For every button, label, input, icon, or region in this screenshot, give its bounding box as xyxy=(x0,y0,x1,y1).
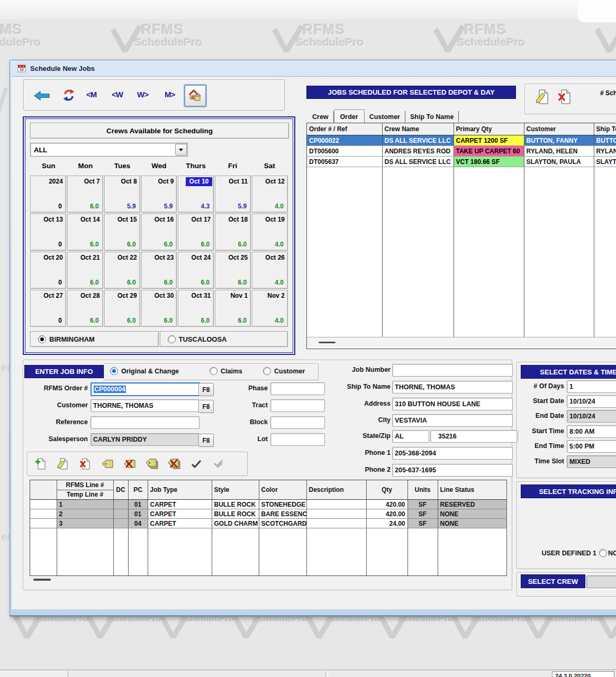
tab-order[interactable]: Order xyxy=(334,109,365,123)
delete-tags-icon[interactable] xyxy=(167,456,181,471)
jobs-cell-order[interactable]: DT005600 xyxy=(307,146,382,157)
jobs-cell-customer[interactable]: RYLAND, HELEN xyxy=(524,146,594,157)
state-input[interactable]: AL xyxy=(392,430,429,443)
calendar-day-cell[interactable]: Oct 186.0 xyxy=(215,214,251,251)
column-header-dc[interactable]: DC xyxy=(113,480,128,500)
line-cell-blank[interactable] xyxy=(30,509,57,519)
line-cell-description[interactable] xyxy=(306,519,366,528)
line-cell-dc[interactable] xyxy=(113,519,128,528)
radio-original-and-change[interactable]: Original & Change xyxy=(110,367,179,375)
customer-f8-button[interactable]: F8 xyxy=(198,400,214,413)
next-month-button[interactable]: M> xyxy=(165,90,175,99)
start-time-input[interactable]: 8:00 AM xyxy=(567,425,616,438)
jobs-cell-ship[interactable]: BUTTON, FANNY xyxy=(594,135,616,146)
jobs-cell-ship[interactable]: SLAYTON, PAULA xyxy=(594,157,616,167)
calendar-day-cell[interactable]: Oct 296.0 xyxy=(104,290,140,327)
window-titlebar[interactable]: 10 Schedule New Jobs xyxy=(10,60,616,76)
line-cell-units[interactable]: SF xyxy=(407,500,438,509)
calendar-day-cell[interactable]: Oct 130 xyxy=(30,214,66,251)
line-cell-dc[interactable] xyxy=(113,509,128,519)
line-cell-job_type[interactable]: CARPET xyxy=(148,509,212,519)
phone2-input[interactable]: 205-637-1695 xyxy=(392,464,513,477)
phase-input[interactable] xyxy=(270,382,325,395)
next-week-button[interactable]: W> xyxy=(137,90,148,99)
reference-input[interactable] xyxy=(90,416,200,429)
confirm-all-check-icon[interactable] xyxy=(212,456,225,471)
line-cell-qty[interactable]: 420.00 xyxy=(366,500,407,509)
address-input[interactable]: 310 BUTTON HOUSE LANE xyxy=(392,398,513,410)
add-line-icon[interactable] xyxy=(34,456,48,471)
refresh-icon[interactable] xyxy=(62,88,76,103)
jobs-cell-qty[interactable]: CARPET 1200 SF xyxy=(454,135,524,146)
jobs-cell-ship[interactable]: RYLAND, HELEN xyxy=(594,146,616,157)
calendar-day-cell[interactable]: Oct 115.9 xyxy=(215,176,251,213)
calendar-day-cell[interactable]: Oct 286.0 xyxy=(67,290,103,327)
time-slot-input[interactable]: MIXED xyxy=(567,455,616,468)
calendar-day-cell[interactable]: Oct 200 xyxy=(30,252,66,289)
user-defined-radio[interactable] xyxy=(599,549,607,557)
calendar-day-cell[interactable]: Oct 316.0 xyxy=(178,290,214,327)
calendar-day-cell[interactable]: Oct 124.0 xyxy=(252,176,288,213)
jobs-cell-crew[interactable]: DS ALL SERVICE LLC xyxy=(382,135,454,146)
back-button[interactable] xyxy=(34,88,50,103)
calendar-day-cell[interactable]: Oct 226.0 xyxy=(104,252,140,289)
column-header[interactable]: Ship To Name xyxy=(594,123,616,135)
column-header-style[interactable]: Style xyxy=(212,480,259,500)
radio-icon[interactable] xyxy=(263,367,271,375)
calendar-day-cell[interactable]: Oct 166.0 xyxy=(141,214,177,251)
prev-month-button[interactable]: <M xyxy=(86,90,96,99)
line-cell-pc[interactable]: 04 xyxy=(128,519,148,528)
line-cell-color[interactable]: BARE ESSENCE xyxy=(259,509,306,519)
column-header-qty[interactable]: Qty xyxy=(366,480,407,500)
calendar-day-cell[interactable]: Oct 194.0 xyxy=(252,214,288,251)
line-cell-qty[interactable]: 24.00 xyxy=(366,519,407,528)
line-cell-status[interactable]: NONE xyxy=(438,509,506,519)
edit-line-icon[interactable] xyxy=(56,456,70,471)
calendar-day-cell[interactable]: Oct 85.9 xyxy=(104,176,140,213)
num-days-input[interactable]: 1 xyxy=(567,380,616,393)
salesperson-f8-button[interactable]: F8 xyxy=(198,434,214,447)
rfms-order-f8-button[interactable]: F8 xyxy=(198,383,214,396)
calendar-day-cell[interactable]: Oct 216.0 xyxy=(67,252,103,289)
job-number-input[interactable] xyxy=(392,364,513,377)
tag-icon[interactable] xyxy=(101,456,114,471)
prev-week-button[interactable]: <W xyxy=(112,90,123,99)
radio-icon[interactable] xyxy=(168,335,176,343)
end-date-input[interactable]: 10/10/24 xyxy=(567,410,616,423)
calendar-day-cell[interactable]: 20240 xyxy=(30,176,66,213)
ship-to-name-input[interactable]: THORNE, THOMAS xyxy=(392,381,513,394)
line-cell-line[interactable]: 3 xyxy=(57,519,113,528)
jobs-cell-qty[interactable]: VCT 180.66 SF xyxy=(454,157,524,167)
column-header-line-number[interactable]: RFMS Line #Temp Line # xyxy=(57,480,113,500)
radio-customer[interactable]: Customer xyxy=(263,367,305,375)
line-items-hscroll-thumb[interactable] xyxy=(33,579,51,581)
jobs-cell-order[interactable]: CP000022 xyxy=(307,135,382,146)
lot-input[interactable] xyxy=(270,433,325,446)
line-item-row[interactable]: 201CARPETBULLE ROCKBARE ESSENCE420.00SFN… xyxy=(30,509,506,519)
customer-input[interactable]: THORNE, THOMAS xyxy=(90,399,200,412)
edit-job-icon[interactable] xyxy=(536,89,549,104)
end-time-input[interactable]: 5:00 PM xyxy=(567,440,616,453)
tract-input[interactable] xyxy=(270,399,325,412)
jobs-table-row[interactable]: DT005600ANDRES REYES RODTAKE UP CARPET 6… xyxy=(307,146,616,157)
tab-customer[interactable]: Customer xyxy=(365,111,405,122)
line-cell-status[interactable]: RESERVED xyxy=(438,500,506,509)
calendar-day-cell[interactable]: Oct 104.3 xyxy=(178,176,214,213)
line-item-row[interactable]: 304CARPETGOLD CHARMSCOTCHGARD24.00SFNONE xyxy=(30,519,506,528)
jobs-table-row[interactable]: DT005637DS ALL SERVICE LLCVCT 180.66 SFS… xyxy=(307,157,616,167)
radio-claims[interactable]: Claims xyxy=(210,367,242,375)
calendar-day-cell[interactable]: Oct 264.0 xyxy=(252,252,288,289)
column-header[interactable]: Order # / Ref xyxy=(307,123,382,135)
city-input[interactable]: VESTAVIA xyxy=(392,414,513,427)
jobs-cell-crew[interactable]: ANDRES REYES ROD xyxy=(382,146,454,157)
radio-icon[interactable] xyxy=(210,367,218,375)
phone1-input[interactable]: 205-368-2094 xyxy=(392,447,513,460)
line-cell-color[interactable]: SCOTCHGARD xyxy=(259,519,306,528)
crew-input[interactable] xyxy=(586,575,616,588)
start-date-input[interactable]: 10/10/24 xyxy=(567,395,616,408)
block-input[interactable] xyxy=(270,416,325,429)
delete-job-icon[interactable] xyxy=(558,89,572,104)
jobs-cell-order[interactable]: DT005637 xyxy=(307,157,382,167)
line-cell-dc[interactable] xyxy=(113,500,128,509)
calendar-day-cell[interactable]: Oct 146.0 xyxy=(67,214,103,251)
